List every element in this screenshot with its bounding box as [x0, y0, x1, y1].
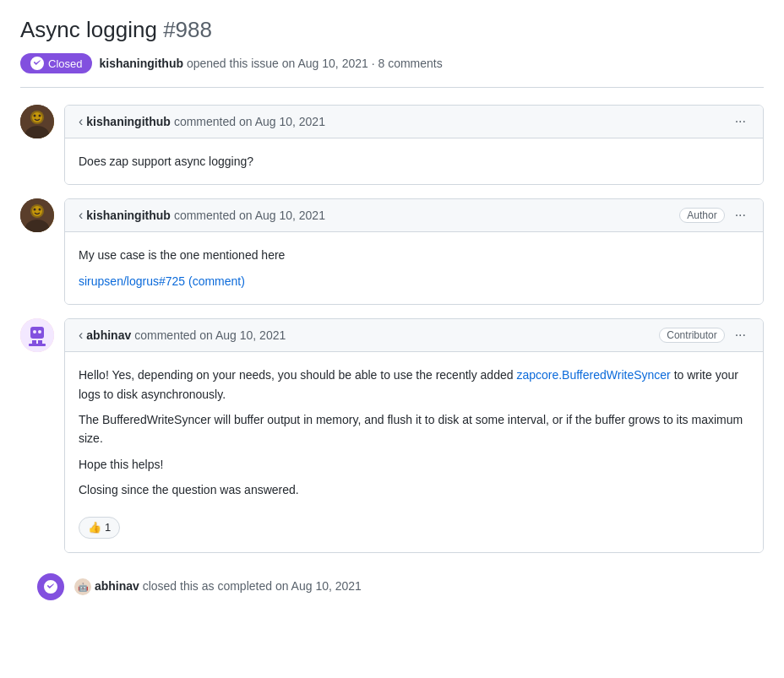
status-text: Closed — [48, 57, 82, 70]
svg-point-18 — [38, 330, 41, 334]
issue-author: kishaningithub — [99, 57, 183, 70]
comment-text-2: The BufferedWriteSyncer will buffer outp… — [79, 410, 749, 448]
avatar-image — [20, 198, 54, 232]
comment-box: ‹ kishaningithub commented on Aug 10, 20… — [64, 198, 764, 305]
comment-count: 8 comments — [378, 57, 442, 70]
comment-text-4: Closing since the question was answered. — [79, 480, 749, 499]
quote-left-icon: ‹ — [79, 114, 83, 129]
svg-point-10 — [34, 209, 36, 211]
reaction-emoji: 👍 — [88, 519, 101, 537]
comment-header: ‹ kishaningithub commented on Aug 10, 20… — [65, 106, 763, 138]
avatar-image — [20, 105, 54, 138]
comment-body: Hello! Yes, depending on your needs, you… — [65, 352, 763, 552]
comment-author: kishaningithub — [86, 115, 171, 128]
comment-header-right: ··· — [732, 112, 749, 131]
comment-body: My use case is the one mentioned here si… — [65, 232, 763, 304]
comment-author: kishaningithub — [86, 209, 171, 222]
author-badge: Author — [679, 208, 724, 223]
issue-date: Aug 10, 2021 — [297, 57, 368, 70]
check-circle-icon — [30, 57, 44, 70]
comment-body: Does zap support async logging? — [65, 138, 763, 184]
more-options-button[interactable]: ··· — [732, 326, 749, 344]
contributor-badge: Contributor — [659, 328, 724, 343]
timeline-action: closed this as completed on — [143, 579, 289, 593]
avatar — [20, 105, 54, 138]
svg-point-17 — [33, 330, 36, 334]
comment-header-left: ‹ kishaningithub commented on Aug 10, 20… — [79, 208, 325, 223]
comment-date: commented on Aug 10, 2021 — [174, 209, 325, 222]
comment-link[interactable]: sirupsen/logrus#725 (comment) — [79, 274, 245, 288]
comment-wrapper: ‹ abhinav commented on Aug 10, 2021 Cont… — [20, 318, 764, 553]
avatar-image — [20, 318, 54, 352]
svg-point-4 — [34, 115, 36, 117]
timeline-author: abhinav — [95, 579, 139, 593]
svg-rect-13 — [30, 327, 44, 339]
status-badge: Closed — [20, 53, 92, 73]
comment-thread: ‹ kishaningithub commented on Aug 10, 20… — [20, 105, 764, 607]
comment-box: ‹ kishaningithub commented on Aug 10, 20… — [64, 105, 764, 185]
comment-author: abhinav — [86, 328, 131, 342]
issue-action: opened this issue on — [187, 57, 295, 70]
comment-text-1: Hello! Yes, depending on your needs, you… — [79, 366, 749, 404]
comment-text: Does zap support async logging? — [79, 152, 749, 171]
thumbs-up-reaction[interactable]: 👍 1 — [79, 517, 120, 540]
timeline-event: 🤖 abhinav closed this as completed on Au… — [37, 567, 764, 607]
svg-rect-16 — [29, 344, 46, 346]
comment-wrapper: ‹ kishaningithub commented on Aug 10, 20… — [20, 105, 764, 185]
more-options-button[interactable]: ··· — [732, 206, 749, 225]
issue-meta-text: kishaningithub opened this issue on Aug … — [99, 57, 442, 70]
avatar — [20, 198, 54, 232]
svg-point-11 — [39, 209, 41, 211]
comment-header-left: ‹ abhinav commented on Aug 10, 2021 — [79, 328, 286, 343]
quote-left-icon: ‹ — [79, 328, 83, 343]
closed-icon — [37, 573, 64, 600]
svg-point-5 — [39, 115, 41, 117]
comment-text-3: Hope this helps! — [79, 455, 749, 474]
small-avatar: 🤖 — [74, 578, 91, 595]
comment-box: ‹ abhinav commented on Aug 10, 2021 Cont… — [64, 318, 764, 553]
issue-meta: Closed kishaningithub opened this issue … — [20, 53, 764, 88]
comment-date: commented on Aug 10, 2021 — [174, 115, 325, 128]
more-options-button[interactable]: ··· — [732, 112, 749, 131]
comment-header: ‹ abhinav commented on Aug 10, 2021 Cont… — [65, 319, 763, 352]
avatar — [20, 318, 54, 352]
zapcore-link[interactable]: zapcore.BufferedWriteSyncer — [516, 368, 670, 382]
timeline-date: Aug 10, 2021 — [291, 579, 362, 593]
comment-text: My use case is the one mentioned here — [79, 246, 749, 264]
reaction-count: 1 — [105, 519, 111, 537]
title-text: Async logging — [20, 17, 157, 42]
comment-date: commented on Aug 10, 2021 — [134, 328, 286, 342]
comment-header-right: Author ··· — [679, 206, 749, 225]
timeline-text: 🤖 abhinav closed this as completed on Au… — [74, 578, 362, 595]
comment-wrapper: ‹ kishaningithub commented on Aug 10, 20… — [20, 198, 764, 305]
comment-header: ‹ kishaningithub commented on Aug 10, 20… — [65, 199, 763, 232]
quote-left-icon: ‹ — [79, 208, 83, 223]
page-title: Async logging #988 — [20, 17, 764, 43]
issue-number: #988 — [163, 17, 212, 42]
check-circle-timeline-icon — [44, 580, 57, 594]
comment-header-left: ‹ kishaningithub commented on Aug 10, 20… — [79, 114, 325, 129]
comment-header-right: Contributor ··· — [659, 326, 749, 344]
